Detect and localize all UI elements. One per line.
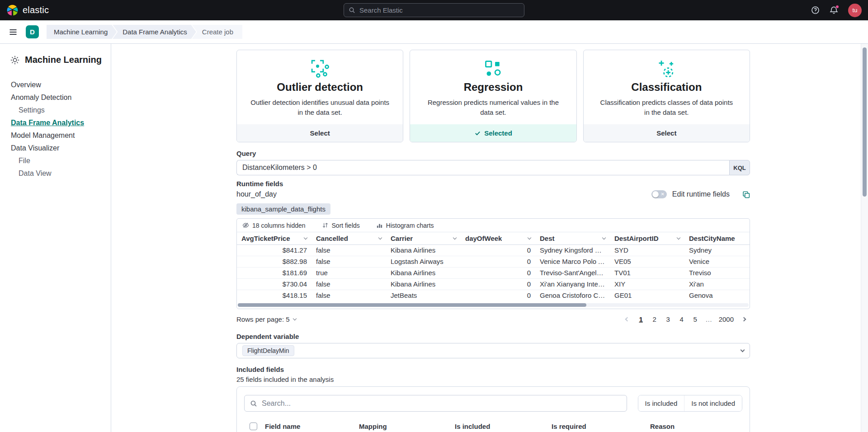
elastic-logo-group[interactable]: elastic bbox=[6, 4, 49, 16]
breadcrumb-machine-learning[interactable]: Machine Learning bbox=[47, 25, 117, 39]
included-fields-label: Included fields bbox=[236, 366, 750, 373]
kql-language-button[interactable]: KQL bbox=[729, 160, 750, 175]
grid-cell: Kibana Airlines bbox=[386, 279, 461, 290]
filter-is-included-button[interactable]: Is included bbox=[638, 395, 684, 411]
dependent-variable-value: FlightDelayMin bbox=[242, 345, 294, 356]
sort-fields-button[interactable]: Sort fields bbox=[322, 222, 360, 229]
card-title: Classification bbox=[631, 81, 702, 94]
column-header-destcityname[interactable]: DestCityName bbox=[684, 232, 750, 244]
grid-cell: Sydney Kingsford Smith I... bbox=[535, 245, 610, 256]
pagination-ellipsis: … bbox=[703, 313, 715, 325]
page-scrollbar-thumb[interactable] bbox=[863, 47, 867, 197]
grid-cell: true bbox=[311, 268, 386, 278]
grid-cell: $841.27 bbox=[237, 245, 311, 256]
grid-cell: JetBeats bbox=[386, 290, 461, 301]
column-header-destairportid[interactable]: DestAirportID bbox=[610, 232, 684, 244]
chevron-down-icon bbox=[292, 316, 296, 320]
next-page-button[interactable] bbox=[737, 313, 750, 325]
select-classification-button[interactable]: Select bbox=[584, 124, 750, 142]
create-job-wizard: Outlier detection Outlier detection iden… bbox=[236, 44, 750, 432]
space-badge[interactable]: D bbox=[26, 25, 39, 38]
included-fields-summary: 25 fields included in the analysis bbox=[236, 376, 750, 383]
column-header-dest[interactable]: Dest bbox=[535, 232, 610, 244]
chevron-down-icon bbox=[304, 236, 307, 239]
page-2-button[interactable]: 2 bbox=[648, 313, 661, 325]
outlier-detection-icon bbox=[310, 58, 330, 79]
grid-horizontal-scrollbar[interactable] bbox=[237, 301, 750, 309]
columns-hidden-button[interactable]: 18 columns hidden bbox=[242, 222, 306, 229]
grid-cell: Treviso-Sant'Angelo Airport bbox=[535, 268, 610, 278]
sidebar-item-overview[interactable]: Overview bbox=[6, 79, 104, 91]
grid-cell: $882.98 bbox=[237, 256, 311, 267]
job-type-card-outlier-detection: Outlier detection Outlier detection iden… bbox=[236, 50, 403, 142]
job-type-card-regression: Regression Regression predicts numerical… bbox=[410, 50, 576, 142]
breadcrumb: Machine Learning Data Frame Analytics Cr… bbox=[47, 25, 242, 39]
page-4-button[interactable]: 4 bbox=[675, 313, 688, 325]
help-button[interactable] bbox=[811, 6, 820, 14]
fields-column-mapping: Mapping bbox=[359, 423, 455, 430]
sidebar-item-data-view[interactable]: Data View bbox=[6, 167, 104, 180]
global-header: elastic tu bbox=[0, 0, 868, 20]
column-header-carrier[interactable]: Carrier bbox=[386, 232, 461, 244]
sidebar-item-data-frame-analytics[interactable]: Data Frame Analytics bbox=[6, 117, 104, 129]
grid-cell: XIY bbox=[610, 279, 684, 290]
sidebar-item-anomaly-detection[interactable]: Anomaly Detection bbox=[6, 91, 104, 104]
page-3-button[interactable]: 3 bbox=[662, 313, 675, 325]
included-fields-panel: Is included Is not included Field name M… bbox=[236, 386, 750, 432]
previous-page-button[interactable] bbox=[621, 313, 634, 325]
fields-search[interactable] bbox=[244, 395, 627, 412]
grid-cell: TV01 bbox=[610, 268, 684, 278]
global-search[interactable] bbox=[344, 3, 524, 17]
regression-selected-button[interactable]: Selected bbox=[410, 124, 576, 142]
dependent-variable-select[interactable]: FlightDelayMin bbox=[236, 343, 750, 358]
page-1-button[interactable]: 1 bbox=[635, 313, 647, 325]
query-input[interactable] bbox=[236, 160, 729, 175]
chevron-down-icon bbox=[528, 236, 531, 239]
select-outlier-detection-button[interactable]: Select bbox=[237, 124, 403, 142]
included-filter-group: Is included Is not included bbox=[638, 395, 742, 412]
column-header-dayofweek[interactable]: dayOfWeek bbox=[461, 232, 535, 244]
select-all-checkbox[interactable] bbox=[250, 423, 257, 430]
breadcrumb-data-frame-analytics[interactable]: Data Frame Analytics bbox=[113, 25, 196, 39]
global-search-input[interactable] bbox=[359, 6, 519, 14]
copy-button[interactable] bbox=[742, 191, 750, 198]
column-header-cancelled[interactable]: Cancelled bbox=[311, 232, 386, 244]
grid-cell: SYD bbox=[610, 245, 684, 256]
dependent-variable-label: Dependent variable bbox=[236, 333, 750, 340]
edit-runtime-fields-toggle[interactable]: ✕ bbox=[651, 190, 667, 198]
query-label: Query bbox=[236, 150, 750, 157]
grid-cell: Kibana Airlines bbox=[386, 245, 461, 256]
sidebar-item-file[interactable]: File bbox=[6, 155, 104, 167]
grid-cell: $730.04 bbox=[237, 279, 311, 290]
grid-row: $841.27 false Kibana Airlines 0 Sydney K… bbox=[237, 245, 750, 256]
fields-search-input[interactable] bbox=[262, 399, 621, 408]
copy-icon bbox=[742, 191, 750, 198]
page-5-button[interactable]: 5 bbox=[689, 313, 702, 325]
classification-icon bbox=[656, 58, 676, 79]
card-description: Regression predicts numerical values in … bbox=[424, 98, 563, 117]
sidebar-item-data-visualizer[interactable]: Data Visualizer bbox=[6, 142, 104, 155]
edit-runtime-fields-label: Edit runtime fields bbox=[672, 190, 730, 198]
histogram-charts-button[interactable]: Histogram charts bbox=[376, 222, 434, 229]
scrollbar-thumb[interactable] bbox=[238, 303, 586, 307]
column-header-avgticketprice[interactable]: AvgTicketPrice bbox=[237, 232, 311, 244]
sidebar-item-model-management[interactable]: Model Management bbox=[6, 129, 104, 142]
job-type-cards: Outlier detection Outlier detection iden… bbox=[236, 50, 750, 142]
notifications-button[interactable] bbox=[830, 6, 838, 14]
rows-per-page-button[interactable]: Rows per page: 5 bbox=[236, 315, 296, 323]
page-2000-button[interactable]: 2000 bbox=[716, 313, 736, 325]
card-title: Outlier detection bbox=[277, 81, 363, 94]
grid-cell: Genoa Cristoforo Colomb... bbox=[535, 290, 610, 301]
chevron-down-icon bbox=[741, 348, 745, 352]
page-scrollbar[interactable] bbox=[861, 44, 868, 432]
check-icon bbox=[474, 130, 481, 136]
sidebar-item-settings[interactable]: Settings bbox=[6, 104, 104, 117]
filter-is-not-included-button[interactable]: Is not included bbox=[684, 395, 742, 411]
grid-cell: false bbox=[311, 245, 386, 256]
grid-cell: false bbox=[311, 279, 386, 290]
chevron-left-icon bbox=[625, 317, 630, 321]
source-data-grid: 18 columns hidden Sort fields Histogram … bbox=[236, 218, 750, 309]
user-avatar[interactable]: tu bbox=[848, 4, 862, 17]
menu-button[interactable] bbox=[6, 25, 20, 39]
notification-dot bbox=[835, 5, 839, 9]
